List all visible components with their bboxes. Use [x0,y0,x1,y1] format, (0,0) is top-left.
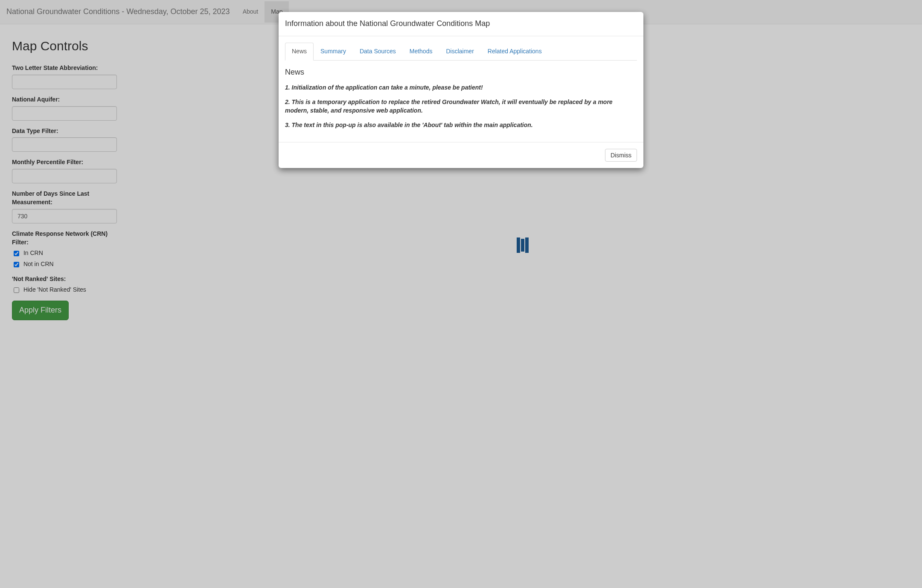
tab-disclaimer[interactable]: Disclaimer [439,43,480,60]
news-item-1: 1. Initialization of the application can… [285,84,483,91]
modal-dialog: Information about the National Groundwat… [279,12,643,168]
modal-header: Information about the National Groundwat… [279,12,643,36]
tab-related-applications[interactable]: Related Applications [481,43,549,60]
modal-body: News Summary Data Sources Methods Discla… [279,36,643,142]
dismiss-button[interactable]: Dismiss [605,149,637,162]
tab-summary[interactable]: Summary [314,43,353,60]
tab-methods[interactable]: Methods [403,43,439,60]
news-item-2: 2. This is a temporary application to re… [285,98,613,114]
news-item-3: 3. The text in this pop-up is also avail… [285,122,533,128]
tab-news[interactable]: News [285,43,314,60]
modal-title: Information about the National Groundwat… [285,18,637,29]
modal-overlay: Information about the National Groundwat… [0,0,922,327]
modal-footer: Dismiss [279,142,643,168]
modal-tab-nav: News Summary Data Sources Methods Discla… [285,43,637,61]
tab-pane-news: News 1. Initialization of the applicatio… [285,67,637,130]
news-heading: News [285,67,637,78]
tab-data-sources[interactable]: Data Sources [353,43,403,60]
